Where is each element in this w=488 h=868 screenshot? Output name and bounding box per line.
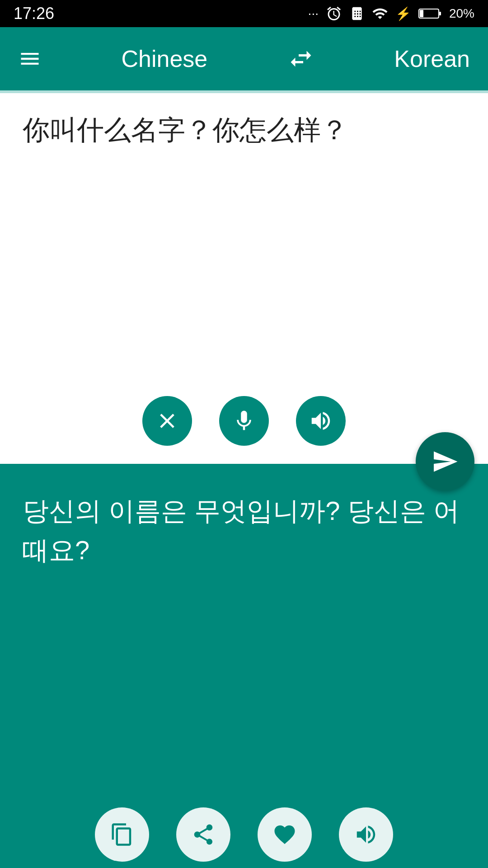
target-language[interactable]: Korean [394,45,470,72]
copy-button[interactable] [95,807,149,862]
source-text[interactable]: 你叫什么名字？你怎么样？ [23,111,465,149]
status-icons: ··· ⚡ 20% [308,5,474,22]
output-panel: 당신의 이름은 무엇입니까? 당신은 어때요? [0,464,488,868]
source-speaker-button[interactable] [296,396,346,446]
favorite-icon [272,822,297,847]
translated-text: 당신의 이름은 무엇입니까? 당신은 어때요? [23,491,465,570]
sim-icon [349,6,365,21]
source-language[interactable]: Chinese [122,45,208,72]
more-icon: ··· [308,6,319,21]
input-panel: 你叫什么名字？你怎么样？ [0,93,488,464]
translate-button[interactable] [416,432,474,491]
status-bar: 17:26 ··· ⚡ [0,0,488,27]
microphone-icon [232,409,256,433]
charging-icon: ⚡ [395,6,411,21]
battery-icon [418,7,442,20]
favorite-button[interactable] [258,807,312,862]
alarm-icon [326,5,342,22]
send-icon [432,448,459,475]
output-actions [95,807,393,862]
status-time: 17:26 [14,4,54,23]
clear-button[interactable] [142,396,192,446]
output-speaker-button[interactable] [339,807,393,862]
clear-icon [155,409,179,433]
signal-icon [372,5,388,22]
input-actions [142,396,346,446]
source-speaker-icon [309,409,333,433]
swap-languages-icon[interactable] [287,45,314,72]
copy-icon [110,822,134,847]
app-bar: Chinese Korean [0,27,488,90]
svg-rect-2 [420,10,423,17]
microphone-button[interactable] [219,396,269,446]
menu-icon[interactable] [18,47,42,71]
share-icon [191,822,216,847]
output-speaker-icon [354,822,378,847]
svg-rect-1 [439,12,441,15]
share-button[interactable] [176,807,230,862]
battery-percent: 20% [449,6,474,21]
